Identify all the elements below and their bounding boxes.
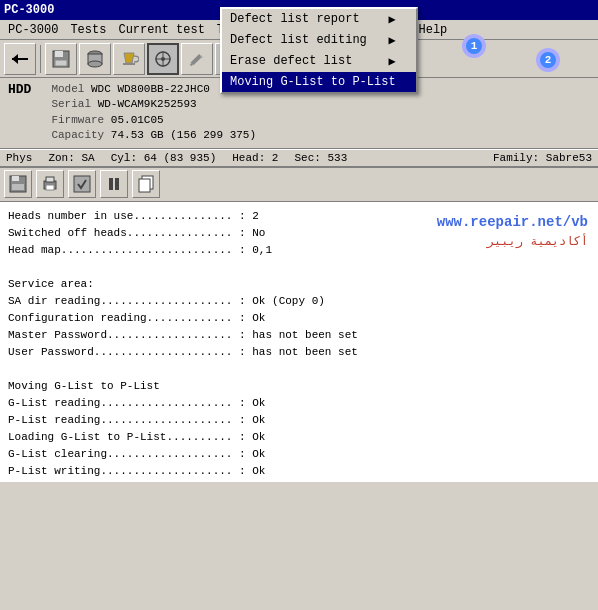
family-status: Family: Sabre53 <box>493 152 592 164</box>
cup-btn[interactable] <box>113 43 145 75</box>
watermark-ar: أكاديمية ريبير <box>437 233 588 252</box>
menu-help[interactable]: Help <box>413 21 454 39</box>
floppy-btn[interactable] <box>45 43 77 75</box>
svg-point-6 <box>88 61 102 67</box>
save2-btn[interactable] <box>68 170 96 198</box>
content-line: Master Password................... : has… <box>8 327 590 344</box>
save-small-btn[interactable] <box>4 170 32 198</box>
content-line: Loading G-List to P-List.......... : Ok <box>8 429 590 446</box>
badge-1: 1 <box>464 36 484 56</box>
pencil-btn[interactable] <box>181 43 213 75</box>
serial-value: WD-WCAM9K252593 <box>98 98 197 110</box>
svg-rect-27 <box>46 185 54 190</box>
watermark-url: www.reepair.net/vb <box>437 212 588 234</box>
svg-rect-28 <box>74 176 90 192</box>
dropdown-moving-glist-plist[interactable]: Moving G-List to P-List <box>222 72 416 92</box>
model-label: Model <box>51 83 91 95</box>
dropdown-defect-list-editing[interactable]: Defect list editing ▶ <box>222 30 416 51</box>
model-value: WDC WD800BB-22JHC0 <box>91 83 210 95</box>
badge-2: 2 <box>538 50 558 70</box>
arrow-left-btn[interactable] <box>4 43 36 75</box>
svg-rect-3 <box>55 60 67 66</box>
svg-rect-23 <box>12 176 19 181</box>
menu-tests[interactable]: Tests <box>64 21 112 39</box>
svg-rect-32 <box>139 179 150 192</box>
capacity-label: Capacity <box>51 129 110 141</box>
status-bar: Phys Zon: SA Cyl: 64 (83 935) Head: 2 Se… <box>0 149 598 168</box>
arrow-icon-1: ▶ <box>388 33 395 48</box>
content-line <box>8 361 590 378</box>
arrow-icon-2: ▶ <box>388 54 395 69</box>
content-line: G-List reading.................... : Ok <box>8 395 590 412</box>
svg-rect-30 <box>115 178 119 190</box>
phys-status: Phys <box>6 152 32 164</box>
firmware-label: Firmware <box>51 114 110 126</box>
sep1 <box>40 45 41 73</box>
copy-btn[interactable] <box>132 170 160 198</box>
menu-pc3000[interactable]: PC-3000 <box>2 21 64 39</box>
serial-label: Serial <box>51 98 97 110</box>
crosshair-btn[interactable] <box>147 43 179 75</box>
dropdown-defect-list-report[interactable]: Defect list report ▶ <box>222 9 416 30</box>
cylinder-btn[interactable] <box>79 43 111 75</box>
dropdown-menu: Defect list report ▶ Defect list editing… <box>220 7 418 94</box>
menu-current-test[interactable]: Current test <box>112 21 210 39</box>
pause-btn[interactable] <box>100 170 128 198</box>
content-line <box>8 259 590 276</box>
svg-rect-2 <box>55 51 63 57</box>
secondary-toolbar <box>0 168 598 202</box>
watermark: www.reepair.net/vb أكاديمية ريبير <box>437 212 588 252</box>
zone-status: Zon: SA <box>48 152 94 164</box>
content-line: Configuration reading............. : Ok <box>8 310 590 327</box>
content-line: Moving G-List to P-List <box>8 378 590 395</box>
content-line: SA dir reading.................... : Ok … <box>8 293 590 310</box>
content-line: Service area: <box>8 276 590 293</box>
cyl-status: Cyl: 64 (83 935) <box>111 152 217 164</box>
svg-rect-26 <box>46 177 54 182</box>
dropdown-erase-defect-list[interactable]: Erase defect list ▶ <box>222 51 416 72</box>
content-line: P-List reading.................... : Ok <box>8 412 590 429</box>
content-line <box>8 480 590 481</box>
capacity-value: 74.53 GB (156 299 375) <box>111 129 256 141</box>
title-label: PC-3000 <box>4 3 54 17</box>
content-line: G-List clearing................... : Ok <box>8 446 590 463</box>
arrow-icon-0: ▶ <box>388 12 395 27</box>
head-status: Head: 2 <box>232 152 278 164</box>
content-line: P-List writing.................... : Ok <box>8 463 590 480</box>
sec-status: Sec: 533 <box>294 152 347 164</box>
firmware-value: 05.01C05 <box>111 114 164 126</box>
svg-rect-24 <box>12 184 24 190</box>
content-line: User Password..................... : has… <box>8 344 590 361</box>
svg-rect-29 <box>109 178 113 190</box>
main-content: www.reepair.net/vb أكاديمية ريبير Heads … <box>0 202 598 482</box>
svg-point-11 <box>161 57 165 61</box>
hdd-section-label: HDD <box>8 82 31 144</box>
print-btn[interactable] <box>36 170 64 198</box>
